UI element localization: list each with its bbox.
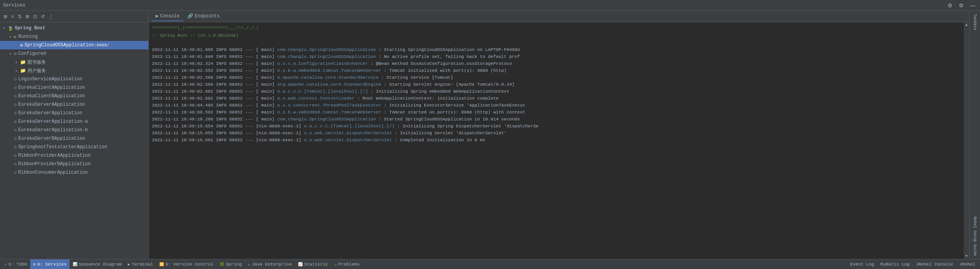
console-tabs: ▶ Console 🔗 Endpoints	[149, 11, 969, 22]
status-mybatis-log[interactable]: MyBatis Log	[877, 262, 913, 267]
status-todo[interactable]: ✓ 6: TODO	[2, 259, 30, 269]
folder-users-icon: 📁	[20, 68, 26, 74]
service-icon-esB: ⚙	[14, 136, 17, 142]
status-java-enterprise[interactable]: ☕ Java Enterprise	[245, 259, 295, 269]
arrow-configured	[9, 52, 14, 56]
service-icon-sbt: ⚙	[14, 144, 17, 150]
tree-item-configured[interactable]: ⚙ Configured	[0, 49, 148, 58]
service-icon-esb: ⚙	[14, 127, 17, 133]
log-line-10: 2022-11-11 10:48:08.582 INFO 68852 --- […	[149, 109, 964, 116]
refresh-icon[interactable]: ↺	[40, 13, 46, 20]
log-line-3: 2022-11-11 10:48:02.324 INFO 68852 --- […	[149, 60, 964, 67]
java-enterprise-icon: ☕	[248, 262, 250, 267]
log-line-7: 2022-11-11 10:48:02.682 INFO 68852 --- […	[149, 88, 964, 95]
tree-item-eureka-server[interactable]: ⚙ EurekaServerApplication	[0, 109, 148, 117]
settings2-button[interactable]: ⚙	[957, 2, 965, 9]
tree-item-users-folder[interactable]: 📁 用户服务	[0, 66, 148, 75]
log-line-1: 2022-11-11 10:48:01.805 INFO 68852 --- […	[149, 46, 964, 53]
problems-icon: ⚠	[334, 262, 337, 267]
tree-item-ribbon-provider-b[interactable]: ⚙ RibbonProviderBApplication	[0, 160, 148, 168]
service-icon-ecb: ⚙	[14, 93, 17, 99]
springboot-test-label: SpringbootTeststarterApplication	[18, 144, 107, 150]
status-sequence-diagram[interactable]: 📊 Sequence Diagram	[70, 259, 124, 269]
tree-item-springcloud-app[interactable]: ⚙ SpringCloudOSSApplication :8888/	[0, 41, 148, 49]
arrow-running	[9, 35, 14, 39]
console-scrollbar[interactable]: ▲ ▼	[964, 22, 969, 259]
tree-item-running[interactable]: ▶ Running	[0, 32, 148, 41]
tree-item-eureka-server-a[interactable]: ⚙ EurekaServerAApplication	[0, 100, 148, 109]
status-spring[interactable]: 🌿 Spring	[216, 259, 245, 269]
tree-item-springboot-test[interactable]: ⚙ SpringbootTeststarterApplication	[0, 143, 148, 151]
status-terminal[interactable]: ▶ Terminal	[125, 259, 156, 269]
right-edge-bar: Tandate Rebel Setup Guide	[969, 11, 980, 259]
tree-item-ribbon-consumer[interactable]: ⚙ RibbonConsumerApplication	[0, 168, 148, 177]
service-icon-esa: ⚙	[14, 102, 17, 108]
status-jrebel[interactable]: JRebel	[956, 262, 978, 267]
ribbon-provider-a-label: RibbonProviderAApplication	[18, 153, 90, 158]
scroll-down-button[interactable]: ▼	[965, 254, 968, 258]
scroll-up-button[interactable]: ▲	[965, 23, 968, 27]
tree-item-login-svc[interactable]: ⚙ LoginServiceApplication	[0, 75, 148, 83]
log-line-12: 2022-11-11 10:50:15.654 INFO 68852 --- […	[149, 123, 964, 130]
tree-item-eureka-server-a2[interactable]: ⚙ EurekaServerApplication-a	[0, 117, 148, 126]
tree-item-books-folder[interactable]: 📁 图书服务	[0, 58, 148, 66]
title-bar: Services ⚙ ⚙ —	[0, 0, 980, 11]
settings-button[interactable]: ⚙	[946, 2, 954, 9]
log-line-11: 2022-11-11 10:48:10.288 INFO 68852 --- […	[149, 116, 964, 123]
version-control-label: 9: Version Control	[165, 262, 213, 267]
terminal-label: Terminal	[132, 262, 153, 267]
rebel-setup-guide-label[interactable]: Rebel Setup Guide	[972, 215, 978, 257]
spring-boot-label: Spring Boot	[15, 25, 45, 31]
status-statistic[interactable]: 📈 Statistic	[295, 259, 331, 269]
jrebel-console-label: JRebel Console	[916, 262, 953, 267]
eureka-server-label: EurekaServerApplication	[18, 110, 82, 116]
spring-label: Spring	[226, 262, 242, 267]
tree-item-spring-boot[interactable]: 🍃 Spring Boot	[0, 24, 148, 32]
group-icon[interactable]: ⊞	[24, 13, 31, 20]
tree-item-eureka-client-b[interactable]: ⚙ EurekaClientBApplication	[0, 92, 148, 100]
status-jrebel-console[interactable]: JRebel Console	[913, 262, 956, 267]
service-icon-login: ⚙	[14, 76, 17, 82]
status-version-control[interactable]: 🔀 9: Version Control	[156, 259, 216, 269]
sidebar-toolbar: ⊞ ≡ ⇅ ⊞ ⊡ ↺ ⋮	[0, 11, 148, 22]
status-right-items: Event Log MyBatis Log JRebel Console JRe…	[847, 262, 978, 267]
terminal-icon: ▶	[128, 262, 130, 267]
tree-item-eureka-server-B[interactable]: ⚙ EurekaServerBApplication	[0, 134, 148, 143]
log-line-4: 2022-11-11 10:48:02.552 INFO 68852 --- […	[149, 67, 964, 74]
log-line-2: 2022-11-11 10:48:01.806 INFO 68852 --- […	[149, 53, 964, 60]
status-services[interactable]: ⚙ 8: Services	[30, 259, 70, 269]
tab-endpoints[interactable]: 🔗 Endpoints	[184, 12, 224, 21]
eureka-client-a-label: EurekaClientAApplication	[18, 85, 85, 90]
expand-all-icon[interactable]: ⇅	[17, 13, 23, 20]
status-problems[interactable]: ⚠ Problems	[331, 259, 362, 269]
window-title: Services	[3, 3, 26, 8]
tandate-label[interactable]: Tandate	[972, 12, 978, 32]
tree-item-ribbon-provider-a[interactable]: ⚙ RibbonProviderAApplication	[0, 151, 148, 160]
blank-line	[149, 39, 964, 46]
services-label: 8: Services	[37, 262, 66, 267]
service-icon-es: ⚙	[14, 110, 17, 116]
log-line-5: 2022-11-11 10:48:02.568 INFO 68852 --- […	[149, 74, 964, 81]
minimize-button[interactable]: —	[968, 2, 977, 9]
status-event-log[interactable]: Event Log	[847, 262, 877, 267]
more-icon[interactable]: ⋮	[48, 13, 54, 20]
filter-icon[interactable]: ⊡	[32, 13, 38, 20]
log-line-6: 2022-11-11 10:48:02.569 INFO 68852 --- […	[149, 81, 964, 88]
sequence-diagram-label: Sequence Diagram	[79, 262, 121, 267]
springcloud-app-label: SpringCloudOSSApplication	[24, 42, 94, 48]
ribbon-consumer-label: RibbonConsumerApplication	[18, 170, 88, 175]
eureka-server-a2-label: EurekaServerApplication-a	[18, 119, 88, 124]
tree-item-eureka-server-b[interactable]: ⚙ EurekaServerApplication-b	[0, 126, 148, 134]
run-icon: ▶	[14, 34, 17, 40]
tree-item-eureka-client-a[interactable]: ⚙ EurekaClientAApplication	[0, 83, 148, 92]
banner-line-1: ==========|_|================|___/=/_/_/…	[149, 24, 964, 32]
users-label: 用户服务	[27, 68, 46, 74]
service-green-icon: ⚙	[20, 42, 23, 48]
collapse-all-icon[interactable]: ≡	[10, 13, 15, 20]
console-body[interactable]: ==========|_|================|___/=/_/_/…	[149, 22, 964, 259]
tab-console[interactable]: ▶ Console	[152, 12, 184, 21]
log-line-8: 2022-11-11 10:48:02.682 INFO 68852 --- […	[149, 95, 964, 102]
log-line-13: 2022-11-11 10:50:15.655 INFO 68852 --- […	[149, 130, 964, 137]
all-services-icon[interactable]: ⊞	[2, 13, 9, 20]
endpoints-tab-icon: 🔗	[187, 13, 193, 19]
